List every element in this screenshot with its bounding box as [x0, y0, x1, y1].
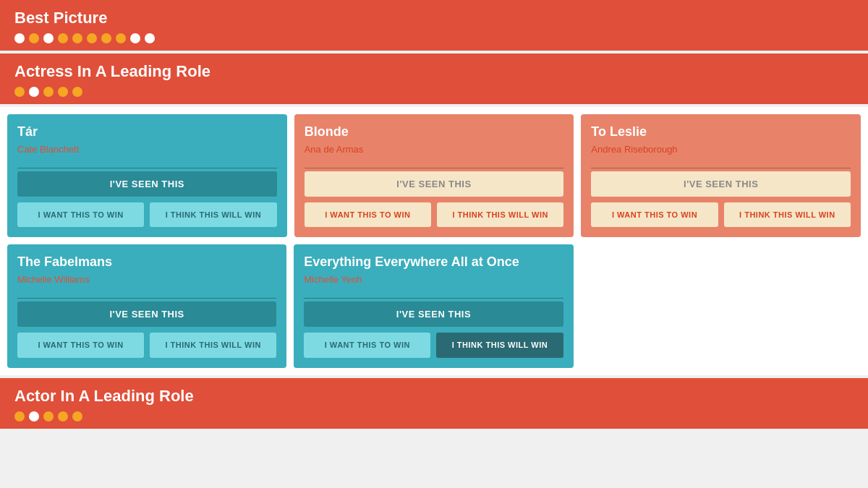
- dot-1: [14, 33, 25, 43]
- eeaao-actor: Michelle Yeoh: [304, 274, 563, 285]
- actress-dot-5: [72, 87, 82, 97]
- to-leslie-think-button[interactable]: I THINK THIS WILL WIN: [724, 202, 851, 227]
- actor-dot-2: [29, 411, 39, 421]
- dot-3: [43, 33, 54, 43]
- dot-9: [130, 33, 140, 43]
- actor-leading-title: Actor In A Leading Role: [14, 387, 854, 406]
- nominee-card-blonde: Blonde Ana de Armas I'VE SEEN THIS I WAN…: [294, 114, 574, 237]
- dot-5: [72, 33, 82, 43]
- nominees-row-1: Tár Cate Blanchett I'VE SEEN THIS I WANT…: [0, 107, 868, 244]
- actor-dot-1: [14, 411, 25, 421]
- best-picture-dots: [14, 33, 854, 43]
- fabelmans-want-button[interactable]: I WANT THIS TO WIN: [17, 333, 144, 357]
- blonde-actor: Ana de Armas: [305, 144, 564, 155]
- to-leslie-want-button[interactable]: I WANT THIS TO WIN: [591, 202, 718, 227]
- dot-6: [87, 33, 97, 43]
- eeaao-want-button[interactable]: I WANT THIS TO WIN: [304, 333, 430, 357]
- dot-2: [29, 33, 39, 43]
- to-leslie-vote-row: I WANT THIS TO WIN I THINK THIS WILL WIN: [591, 202, 851, 227]
- nominee-card-fabelmans: The Fabelmans Michelle Williams I'VE SEE…: [7, 244, 286, 367]
- tar-vote-row: I WANT THIS TO WIN I THINK THIS WILL WIN: [17, 202, 277, 227]
- actress-leading-dots: [14, 87, 854, 97]
- fabelmans-title: The Fabelmans Michelle Williams: [17, 254, 276, 299]
- dot-8: [116, 33, 126, 43]
- nominee-card-to-leslie: To Leslie Andrea Riseborough I'VE SEEN T…: [581, 114, 861, 237]
- dot-7: [101, 33, 111, 43]
- actor-dot-4: [58, 411, 68, 421]
- nominee-card-tar: Tár Cate Blanchett I'VE SEEN THIS I WANT…: [7, 114, 287, 237]
- spacer-card: [581, 244, 860, 367]
- actor-leading-section: Actor In A Leading Role: [0, 378, 868, 429]
- tar-actor: Cate Blanchett: [17, 144, 277, 155]
- eeaao-think-button[interactable]: I THINK THIS WILL WIN: [436, 333, 563, 357]
- eeaao-seen-button[interactable]: I'VE SEEN THIS: [304, 301, 563, 327]
- nominees-grid-1: Tár Cate Blanchett I'VE SEEN THIS I WANT…: [7, 114, 861, 237]
- tar-think-button[interactable]: I THINK THIS WILL WIN: [150, 202, 276, 227]
- blonde-think-button[interactable]: I THINK THIS WILL WIN: [437, 202, 563, 227]
- best-picture-section: Best Picture: [0, 0, 868, 51]
- blonde-seen-button[interactable]: I'VE SEEN THIS: [305, 171, 564, 197]
- blonde-vote-row: I WANT THIS TO WIN I THINK THIS WILL WIN: [305, 202, 564, 227]
- to-leslie-actor: Andrea Riseborough: [591, 144, 851, 155]
- tar-seen-button[interactable]: I'VE SEEN THIS: [17, 171, 277, 197]
- best-picture-title: Best Picture: [14, 9, 854, 27]
- actress-dot-3: [43, 87, 54, 97]
- fabelmans-actor: Michelle Williams: [17, 274, 276, 285]
- tar-title: Tár Cate Blanchett: [17, 124, 277, 168]
- nominees-grid-2: The Fabelmans Michelle Williams I'VE SEE…: [7, 244, 861, 367]
- blonde-title: Blonde Ana de Armas: [305, 124, 564, 168]
- actress-dot-2: [29, 87, 39, 97]
- actor-dot-3: [43, 411, 54, 421]
- nominee-card-eeaao: Everything Everywhere All at Once Michel…: [294, 244, 573, 367]
- actor-leading-dots: [14, 411, 854, 421]
- fabelmans-vote-row: I WANT THIS TO WIN I THINK THIS WILL WIN: [17, 333, 276, 357]
- actress-leading-title: Actress In A Leading Role: [14, 62, 854, 81]
- actor-dot-5: [72, 411, 82, 421]
- dot-10: [145, 33, 155, 43]
- actress-dot-1: [14, 87, 25, 97]
- fabelmans-seen-button[interactable]: I'VE SEEN THIS: [17, 301, 276, 327]
- eeaao-vote-row: I WANT THIS TO WIN I THINK THIS WILL WIN: [304, 333, 563, 357]
- tar-want-button[interactable]: I WANT THIS TO WIN: [17, 202, 144, 227]
- nominees-row-2: The Fabelmans Michelle Williams I'VE SEE…: [0, 244, 868, 374]
- to-leslie-title: To Leslie Andrea Riseborough: [591, 124, 851, 168]
- to-leslie-seen-button[interactable]: I'VE SEEN THIS: [591, 171, 851, 197]
- eeaao-title: Everything Everywhere All at Once Michel…: [304, 254, 563, 299]
- blonde-want-button[interactable]: I WANT THIS TO WIN: [305, 202, 431, 227]
- fabelmans-think-button[interactable]: I THINK THIS WILL WIN: [150, 333, 276, 357]
- actress-dot-4: [58, 87, 68, 97]
- actress-leading-header: Actress In A Leading Role: [0, 53, 868, 104]
- dot-4: [58, 33, 68, 43]
